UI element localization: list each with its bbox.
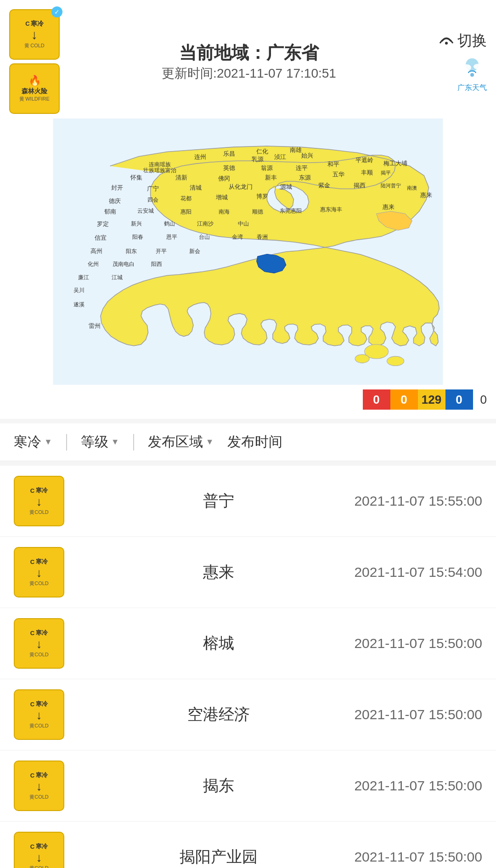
header-row: ✓ C 寒冷 ↓ 黄 COLD 🔥 森林火险 黄 WILDFIRE bbox=[9, 9, 487, 114]
list-time-4: 2021-11-07 15:50:00 bbox=[354, 778, 482, 794]
svg-text:平遮岭: 平遮岭 bbox=[355, 157, 373, 163]
list-item[interactable]: C寒冷 ↓ 黄COLD 普宁 2021-11-07 15:55:00 bbox=[0, 466, 496, 537]
svg-text:梅工大埔: 梅工大埔 bbox=[383, 160, 407, 167]
filter-type[interactable]: 寒冷 ▼ bbox=[14, 433, 52, 451]
wildfire-yellow: 黄 bbox=[19, 96, 24, 102]
svg-text:恩平: 恩平 bbox=[166, 234, 177, 240]
svg-text:开平: 开平 bbox=[156, 248, 167, 254]
svg-text:东源: 东源 bbox=[299, 174, 311, 181]
svg-point-4 bbox=[470, 73, 474, 77]
svg-text:五华: 五华 bbox=[333, 171, 344, 178]
svg-point-3 bbox=[473, 64, 482, 69]
legend-red: 0 bbox=[363, 389, 390, 410]
svg-point-7 bbox=[387, 356, 404, 366]
filter-time-label: 发布时间 bbox=[227, 433, 282, 451]
list-item[interactable]: C寒冷 ↓ 黄COLD 惠来 2021-11-07 15:54:00 bbox=[0, 537, 496, 608]
list-area-1: 惠来 bbox=[83, 562, 354, 583]
svg-text:佛冈: 佛冈 bbox=[218, 175, 230, 182]
svg-text:和平: 和平 bbox=[327, 161, 339, 168]
svg-point-0 bbox=[445, 42, 448, 45]
list-area-2: 榕城 bbox=[83, 633, 354, 654]
filter-divider-2 bbox=[133, 434, 134, 451]
list-badge-1: C寒冷 ↓ 黄COLD bbox=[14, 547, 64, 597]
svg-text:始兴: 始兴 bbox=[301, 152, 313, 159]
svg-text:丰顺: 丰顺 bbox=[361, 169, 373, 176]
list-item[interactable]: C寒冷 ↓ 黄COLD 揭阳产业园 2021-11-07 15:50:00 bbox=[0, 822, 496, 868]
svg-text:花都: 花都 bbox=[180, 195, 192, 202]
svg-text:新会: 新会 bbox=[189, 248, 200, 254]
svg-point-8 bbox=[355, 355, 369, 363]
wildfire-zh: 森林火险 bbox=[22, 87, 47, 96]
map-container: 乐昌 仁化 南雄 连州 乳源 浈江 始兴 连南瑶族 壮族瑶族富治 英德 翁源 连… bbox=[9, 118, 487, 385]
list-badge-0: C寒冷 ↓ 黄COLD bbox=[14, 476, 64, 526]
wildfire-badge[interactable]: 🔥 森林火险 黄 WILDFIRE bbox=[9, 63, 60, 114]
svg-text:英德: 英德 bbox=[223, 164, 235, 171]
list-time-3: 2021-11-07 15:50:00 bbox=[354, 707, 482, 722]
legend-orange: 0 bbox=[390, 389, 418, 410]
svg-text:阳东: 阳东 bbox=[126, 248, 137, 254]
svg-text:陆河普宁: 陆河普宁 bbox=[381, 183, 401, 188]
alert-badges: ✓ C 寒冷 ↓ 黄 COLD 🔥 森林火险 黄 WILDFIRE bbox=[9, 9, 60, 114]
svg-text:东莞惠阳: 东莞惠阳 bbox=[280, 208, 302, 214]
c-label: C bbox=[25, 20, 29, 28]
svg-text:南澳: 南澳 bbox=[407, 185, 417, 191]
wildfire-en: WILDFIRE bbox=[25, 96, 50, 101]
legend-blue: 0 bbox=[445, 389, 473, 410]
switch-button[interactable]: 切换 bbox=[438, 30, 487, 51]
svg-text:惠阳: 惠阳 bbox=[180, 209, 192, 215]
svg-text:清新: 清新 bbox=[175, 174, 187, 181]
switch-label: 切换 bbox=[457, 31, 487, 51]
svg-text:惠来: 惠来 bbox=[420, 192, 432, 198]
svg-text:四会: 四会 bbox=[147, 197, 158, 203]
list-item[interactable]: C寒冷 ↓ 黄COLD 榕城 2021-11-07 15:50:00 bbox=[0, 608, 496, 679]
list-time-1: 2021-11-07 15:54:00 bbox=[354, 564, 482, 580]
svg-text:怀集: 怀集 bbox=[130, 174, 142, 181]
svg-text:郁南: 郁南 bbox=[104, 208, 116, 215]
svg-text:江南沙: 江南沙 bbox=[197, 220, 214, 227]
b-top-4: C寒冷 bbox=[30, 771, 48, 779]
svg-text:从化龙门: 从化龙门 bbox=[229, 183, 253, 190]
header-title: 当前地域：广东省 bbox=[60, 41, 438, 65]
svg-text:高州: 高州 bbox=[90, 248, 102, 254]
svg-text:茂南电白: 茂南电白 bbox=[113, 261, 135, 267]
svg-text:封开: 封开 bbox=[111, 184, 123, 191]
list-item[interactable]: C寒冷 ↓ 黄COLD 揭东 2021-11-07 15:50:00 bbox=[0, 750, 496, 822]
list-badge-4: C寒冷 ↓ 黄COLD bbox=[14, 761, 64, 811]
svg-text:浈江: 浈江 bbox=[274, 153, 286, 160]
list-time-0: 2021-11-07 15:55:00 bbox=[354, 493, 482, 509]
list-badge-5: C寒冷 ↓ 黄COLD bbox=[14, 832, 64, 868]
list-badge-3: C寒冷 ↓ 黄COLD bbox=[14, 689, 64, 740]
svg-point-2 bbox=[462, 64, 471, 71]
b-top-1: C寒冷 bbox=[30, 558, 48, 566]
b-bottom-4: 黄COLD bbox=[29, 794, 49, 800]
svg-text:博罗: 博罗 bbox=[256, 193, 268, 200]
svg-text:连平: 连平 bbox=[296, 164, 308, 171]
switch-icon bbox=[438, 30, 455, 51]
svg-text:清城: 清城 bbox=[190, 184, 202, 191]
list-item[interactable]: C寒冷 ↓ 黄COLD 空港经济 2021-11-07 15:50:00 bbox=[0, 679, 496, 750]
list-area-3: 空港经济 bbox=[83, 704, 354, 725]
svg-text:德庆: 德庆 bbox=[109, 197, 121, 204]
badge-checkmark: ✓ bbox=[51, 6, 62, 17]
filter-type-arrow: ▼ bbox=[44, 437, 52, 447]
svg-text:揭西: 揭西 bbox=[354, 182, 366, 189]
svg-text:鹤山: 鹤山 bbox=[164, 220, 175, 227]
b-bottom-2: 黄COLD bbox=[29, 651, 49, 658]
svg-text:阳春: 阳春 bbox=[132, 234, 143, 240]
svg-text:化州: 化州 bbox=[88, 261, 99, 267]
svg-text:雷州: 雷州 bbox=[89, 322, 101, 329]
wildfire-icon: 🔥 bbox=[28, 75, 41, 87]
header-right: 切换 广东天气 bbox=[438, 30, 487, 93]
filter-area[interactable]: 发布区域 ▼ bbox=[148, 433, 214, 451]
svg-text:壮族瑶族富治: 壮族瑶族富治 bbox=[143, 167, 176, 174]
svg-text:惠东海丰: 惠东海丰 bbox=[320, 206, 342, 213]
legend-yellow: 129 bbox=[418, 389, 445, 410]
svg-text:信宜: 信宜 bbox=[95, 234, 107, 241]
svg-text:台山: 台山 bbox=[199, 234, 210, 240]
svg-text:吴川: 吴川 bbox=[73, 287, 85, 293]
svg-text:廉江: 廉江 bbox=[78, 274, 89, 281]
svg-text:云安城: 云安城 bbox=[137, 208, 154, 214]
b-top-5: C寒冷 bbox=[30, 842, 48, 851]
filter-level[interactable]: 等级 ▼ bbox=[81, 433, 119, 451]
cold-badge[interactable]: ✓ C 寒冷 ↓ 黄 COLD bbox=[9, 9, 60, 60]
